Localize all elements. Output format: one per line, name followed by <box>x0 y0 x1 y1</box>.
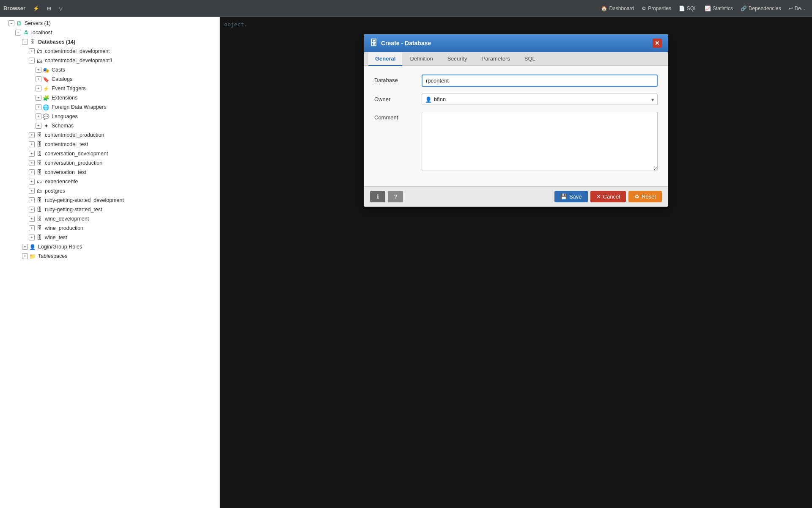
catalogs-expand[interactable]: + <box>36 76 41 82</box>
db-expand-2[interactable]: − <box>29 58 35 64</box>
dependencies-icon: 🔗 <box>741 6 747 11</box>
list-item[interactable]: + 💬 Languages <box>0 112 219 121</box>
casts-expand[interactable]: + <box>36 67 41 73</box>
db-expand-10[interactable]: + <box>29 197 35 203</box>
tab-dependents[interactable]: ↩ De... <box>785 4 809 13</box>
list-item[interactable]: + 🗄 wine_test <box>0 233 219 242</box>
dependents-icon: ↩ <box>789 6 793 11</box>
owner-select-wrapper: 👤 bfinn ▾ <box>422 94 658 105</box>
db-icon-6: 🗄 <box>36 159 43 167</box>
list-item[interactable]: − 🗂 contentmodel_development1 <box>0 56 219 65</box>
modal-tabs: General Definition Security Parameters S… <box>364 52 668 66</box>
footer-left: ℹ ? <box>370 191 403 202</box>
tab-dependencies[interactable]: 🔗 Dependencies <box>737 4 785 13</box>
database-input[interactable] <box>422 75 658 87</box>
list-item[interactable]: + 🗄 ruby-getting-started_test <box>0 205 219 214</box>
tab-dashboard[interactable]: 🏠 Dashboard <box>598 4 637 13</box>
db-expand-1[interactable]: + <box>29 48 35 54</box>
languages-expand[interactable]: + <box>36 113 41 119</box>
databases-icon: 🗄 <box>29 38 36 46</box>
servers-node[interactable]: − 🖥 Servers (1) <box>0 19 219 28</box>
extensions-expand[interactable]: + <box>36 95 41 101</box>
db-icon-3: 🗄 <box>36 131 43 139</box>
list-item[interactable]: + ⚡ Event Triggers <box>0 84 219 93</box>
sql-icon: 📄 <box>679 6 685 11</box>
db-expand-12[interactable]: + <box>29 216 35 222</box>
tab-properties[interactable]: ⚙ Properties <box>638 4 675 13</box>
owner-label: Owner <box>374 94 417 102</box>
event-triggers-expand[interactable]: + <box>36 86 41 91</box>
save-button[interactable]: 💾 Save <box>554 191 588 202</box>
comment-textarea[interactable] <box>422 112 658 171</box>
db-expand-9[interactable]: + <box>29 188 35 194</box>
databases-expand[interactable]: − <box>22 39 28 45</box>
toolbar-lightning-btn[interactable]: ⚡ <box>30 4 43 13</box>
databases-node[interactable]: − 🗄 Databases (14) <box>0 37 219 47</box>
tab-definition[interactable]: Definition <box>403 52 439 66</box>
list-item[interactable]: + 🗄 conversation_test <box>0 168 219 177</box>
db-expand-14[interactable]: + <box>29 235 35 240</box>
database-label: Database <box>374 75 417 83</box>
footer-right: 💾 Save ✕ Cancel ♻ Reset <box>554 191 662 202</box>
list-item[interactable]: + 🗄 wine_production <box>0 224 219 233</box>
db-expand-7[interactable]: + <box>29 169 35 175</box>
db-icon-5: 🗄 <box>36 150 43 157</box>
list-item[interactable]: + 🗂 postgres <box>0 186 219 196</box>
list-item[interactable]: + 🔖 Catalogs <box>0 75 219 84</box>
tab-security[interactable]: Security <box>441 52 474 66</box>
cancel-button[interactable]: ✕ Cancel <box>590 191 626 202</box>
tab-sql[interactable]: 📄 SQL <box>675 4 700 13</box>
list-item[interactable]: + 🗂 experiencehfe <box>0 177 219 186</box>
help-button[interactable]: ? <box>388 191 403 202</box>
list-item[interactable]: + 🌐 Foreign Data Wrappers <box>0 102 219 112</box>
comment-form-row: Comment <box>374 112 658 171</box>
db-icon-2: 🗂 <box>36 57 43 64</box>
database-icon: 🗄 <box>370 39 378 48</box>
db-expand-8[interactable]: + <box>29 179 35 185</box>
list-item[interactable]: + 🧩 Extensions <box>0 93 219 102</box>
list-item[interactable]: + 🗄 ruby-getting-started_development <box>0 196 219 205</box>
tab-sql[interactable]: SQL <box>518 52 542 66</box>
tablespaces-expand[interactable]: + <box>22 253 28 259</box>
owner-select[interactable]: bfinn <box>422 94 658 105</box>
db-expand-11[interactable]: + <box>29 207 35 213</box>
reset-button[interactable]: ♻ Reset <box>628 191 662 202</box>
list-item[interactable]: + 🗂 contentmodel_development <box>0 47 219 56</box>
db-expand-5[interactable]: + <box>29 151 35 157</box>
tablespaces-icon: 📁 <box>29 252 36 260</box>
catalogs-icon: 🔖 <box>42 75 50 83</box>
tab-statistics[interactable]: 📈 Statistics <box>701 4 736 13</box>
login-roles-node[interactable]: + 👤 Login/Group Roles <box>0 242 219 251</box>
db-expand-13[interactable]: + <box>29 225 35 231</box>
db-expand-4[interactable]: + <box>29 141 35 147</box>
list-item[interactable]: + 🗄 wine_development <box>0 214 219 224</box>
modal-close-button[interactable]: ✕ <box>653 39 662 48</box>
list-item[interactable]: + 🗄 contentmodel_test <box>0 140 219 149</box>
user-icon: 👤 <box>425 96 432 102</box>
foreign-data-expand[interactable]: + <box>36 104 41 110</box>
login-roles-expand[interactable]: + <box>22 244 28 250</box>
statistics-icon: 📈 <box>705 6 711 11</box>
info-icon: ℹ <box>377 193 379 200</box>
db-icon-1: 🗂 <box>36 47 43 55</box>
db-expand-6[interactable]: + <box>29 160 35 166</box>
localhost-expand[interactable]: − <box>15 30 21 36</box>
tab-parameters[interactable]: Parameters <box>475 52 517 66</box>
tab-general[interactable]: General <box>368 52 402 66</box>
localhost-node[interactable]: − 🖧 localhost <box>0 28 219 37</box>
tablespaces-node[interactable]: + 📁 Tablespaces <box>0 251 219 261</box>
list-item[interactable]: + 🗄 conversation_production <box>0 158 219 168</box>
db-expand-3[interactable]: + <box>29 132 35 138</box>
schemas-expand[interactable]: + <box>36 123 41 129</box>
info-button[interactable]: ℹ <box>370 191 385 202</box>
owner-form-row: Owner 👤 bfinn ▾ <box>374 94 658 105</box>
list-item[interactable]: + 🗄 contentmodel_production <box>0 130 219 140</box>
toolbar-grid-btn[interactable]: ⊞ <box>44 4 55 13</box>
list-item[interactable]: + 🗄 conversation_development <box>0 149 219 158</box>
tree-container[interactable]: − 🖥 Servers (1) − 🖧 localhost − 🗄 Databa… <box>0 17 219 508</box>
list-item[interactable]: + 🎭 Casts <box>0 65 219 75</box>
servers-expand[interactable]: − <box>8 20 14 26</box>
toolbar-filter-btn[interactable]: ▽ <box>55 4 66 13</box>
list-item[interactable]: + ✦ Schemas <box>0 121 219 130</box>
languages-icon: 💬 <box>42 113 50 120</box>
